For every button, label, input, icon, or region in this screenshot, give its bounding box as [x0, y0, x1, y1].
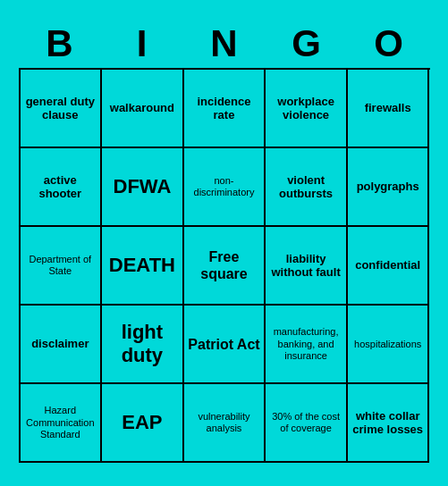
bingo-cell: vulnerability analysis	[184, 384, 266, 463]
bingo-cell: Free square	[184, 227, 266, 306]
bingo-cell: hospitalizations	[348, 306, 430, 384]
bingo-cell-label: incidence rate	[188, 95, 261, 122]
bingo-cell-label: confidential	[355, 258, 420, 272]
bingo-cell: EAP	[102, 384, 184, 463]
bingo-cell-label: Free square	[188, 248, 261, 282]
bingo-cell-label: workplace violence	[269, 95, 342, 122]
bingo-cell-label: Hazard Communication Standard	[24, 405, 97, 440]
bingo-cell: workplace violence	[266, 70, 348, 148]
bingo-cell-label: walkaround	[110, 101, 174, 115]
bingo-cell: white collar crime losses	[348, 384, 430, 463]
bingo-cell: Patriot Act	[184, 306, 266, 384]
bingo-cell: incidence rate	[184, 70, 266, 148]
bingo-cell-label: liability without fault	[269, 252, 342, 280]
bingo-cell: 30% of the cost of coverage	[266, 384, 348, 463]
bingo-cell-label: firewalls	[365, 101, 411, 115]
bingo-cell-label: manufacturing, banking, and insurance	[269, 326, 342, 362]
bingo-cell: light duty	[102, 306, 184, 384]
bingo-cell-label: Department of State	[24, 254, 97, 277]
bingo-cell: walkaround	[102, 70, 184, 148]
bingo-cell: firewalls	[348, 70, 430, 148]
bingo-cell-label: Patriot Act	[188, 336, 259, 353]
bingo-cell: non-discriminatory	[184, 148, 266, 227]
bingo-cell: disclaimer	[21, 306, 103, 384]
bingo-cell-label: DEATH	[109, 254, 175, 277]
bingo-cell: liability without fault	[266, 227, 348, 306]
letter-o: O	[348, 23, 430, 64]
letter-n: N	[183, 23, 266, 64]
bingo-cell-label: 30% of the cost of coverage	[269, 411, 342, 434]
letter-b: B	[19, 23, 101, 64]
bingo-header: B I N G O	[19, 23, 430, 64]
bingo-cell-label: light duty	[106, 321, 179, 368]
letter-i: I	[101, 23, 183, 64]
bingo-cell: violent outbursts	[266, 148, 348, 227]
bingo-cell-label: non-discriminatory	[188, 175, 261, 198]
bingo-cell-label: disclaimer	[31, 337, 89, 351]
bingo-cell: active shooter	[21, 148, 103, 227]
bingo-cell-label: white collar crime losses	[351, 409, 425, 437]
bingo-cell: polygraphs	[348, 148, 430, 227]
bingo-cell-label: vulnerability analysis	[188, 411, 261, 434]
bingo-cell-label: DFWA	[114, 175, 172, 198]
bingo-cell: DEATH	[102, 227, 184, 306]
bingo-cell: Department of State	[21, 227, 103, 306]
letter-g: G	[266, 23, 348, 64]
bingo-cell-label: polygraphs	[357, 180, 419, 194]
bingo-card: B I N G O general duty clausewalkaroundi…	[10, 14, 439, 472]
bingo-cell-label: active shooter	[24, 173, 97, 201]
bingo-cell: confidential	[348, 227, 430, 306]
bingo-cell-label: general duty clause	[24, 95, 97, 122]
bingo-cell: general duty clause	[21, 70, 103, 148]
bingo-grid: general duty clausewalkaroundincidence r…	[19, 68, 430, 463]
bingo-cell-label: violent outbursts	[269, 173, 342, 201]
bingo-cell: Hazard Communication Standard	[21, 384, 103, 463]
bingo-cell-label: EAP	[122, 411, 162, 434]
bingo-cell: DFWA	[102, 148, 184, 227]
bingo-cell: manufacturing, banking, and insurance	[266, 306, 348, 384]
bingo-cell-label: hospitalizations	[354, 339, 421, 350]
